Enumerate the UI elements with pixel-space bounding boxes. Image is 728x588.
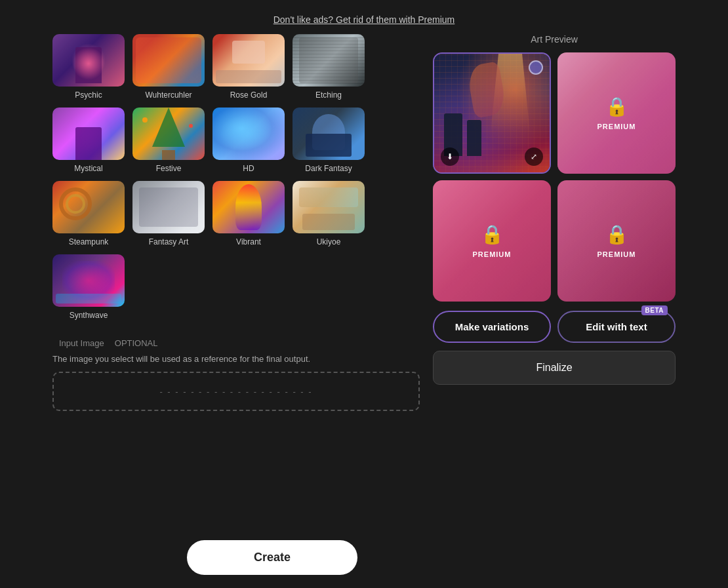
style-item-rosegold[interactable]: Rose Gold: [212, 34, 285, 100]
beta-badge: BETA: [641, 305, 668, 315]
preview-card-premium-2[interactable]: 🔒 PREMIUM: [433, 180, 551, 302]
upload-area[interactable]: - - - - - - - - - - - - - - - - - - - -: [52, 372, 420, 411]
lock-icon-3: 🔒: [605, 224, 628, 245]
left-panel: Psychic Wuhtercuhler Rose Gold: [52, 34, 420, 411]
style-item-fantasyart[interactable]: Fantasy Art: [132, 181, 205, 246]
style-item-hd[interactable]: HD: [212, 108, 285, 173]
download-button[interactable]: ⬇: [441, 147, 459, 166]
style-item-darkfantasy[interactable]: Dark Fantasy: [293, 108, 365, 173]
preview-card-premium-1[interactable]: 🔒 PREMIUM: [557, 52, 676, 174]
style-item-etching[interactable]: Etching: [293, 34, 365, 100]
style-item-steampunk[interactable]: Steampunk: [52, 181, 125, 246]
create-button[interactable]: Create: [187, 540, 357, 575]
input-image-description: The image you select will be used as a r…: [52, 354, 420, 364]
create-button-container: Create: [187, 540, 357, 575]
style-item-synthwave[interactable]: Synthwave: [52, 254, 125, 320]
lock-icon-2: 🔒: [481, 224, 504, 245]
input-image-section: Input Image OPTIONAL The image you selec…: [52, 333, 420, 411]
expand-button[interactable]: ⤢: [525, 147, 543, 166]
edit-with-text-button[interactable]: BETA Edit with text: [557, 311, 676, 343]
top-banner[interactable]: Don't like ads? Get rid of them with Pre…: [0, 0, 728, 34]
style-item-wuhtercuhler[interactable]: Wuhtercuhler: [132, 34, 205, 100]
style-item-vibrant[interactable]: Vibrant: [212, 181, 285, 246]
action-buttons: Make variations BETA Edit with text: [433, 311, 676, 343]
style-item-festive[interactable]: Festive: [132, 108, 205, 173]
make-variations-button[interactable]: Make variations: [433, 311, 551, 343]
premium-overlay-3: 🔒 PREMIUM: [557, 180, 676, 302]
lock-icon-1: 🔒: [605, 96, 628, 117]
style-item-ukiyoe[interactable]: Ukiyoe: [293, 181, 365, 246]
circle-indicator: [529, 60, 543, 75]
premium-overlay-2: 🔒 PREMIUM: [433, 180, 551, 302]
style-grid: Psychic Wuhtercuhler Rose Gold: [52, 34, 420, 320]
input-image-title: Input Image OPTIONAL: [52, 333, 420, 350]
preview-card-main[interactable]: ⬇ ⤢: [433, 52, 551, 174]
premium-overlay-1: 🔒 PREMIUM: [557, 52, 676, 174]
preview-grid: ⬇ ⤢ 🔒 PREMIUM 🔒 PREMIUM: [433, 52, 676, 302]
right-panel: Art Preview ⬇ ⤢: [433, 34, 676, 411]
style-item-psychic[interactable]: Psychic: [52, 34, 125, 100]
preview-card-premium-3[interactable]: 🔒 PREMIUM: [557, 180, 676, 302]
finalize-button[interactable]: Finalize: [433, 351, 676, 385]
art-preview-title: Art Preview: [433, 34, 676, 45]
style-item-mystical[interactable]: Mystical: [52, 108, 125, 173]
